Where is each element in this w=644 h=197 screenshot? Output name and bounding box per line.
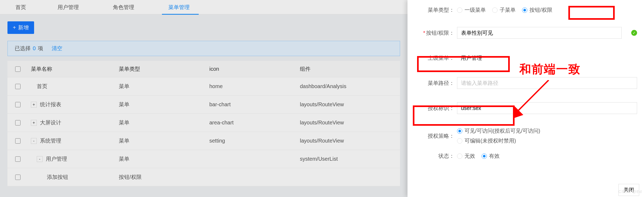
row-checkbox[interactable] [15,175,21,180]
expand-icon[interactable]: + [31,120,37,126]
radio-button-perm[interactable]: 按钮/权限 [522,6,552,14]
parent-label: 上级菜单： [414,54,457,62]
path-label: 菜单路径： [414,80,457,87]
radio-top-menu[interactable]: 一级菜单 [457,6,486,14]
tab-menu-mgmt[interactable]: 菜单管理 [162,0,199,14]
table-row: +大屏设计 菜单 area-chart layouts/RouteView [7,114,400,132]
table-row: -系统管理 菜单 setting layouts/RouteView [7,132,400,150]
radio-sub-menu[interactable]: 子菜单 [492,6,516,14]
col-type: 菜单类型 [119,65,209,73]
radio-policy-editable[interactable]: 可编辑(未授权时禁用) [457,137,516,144]
row-checkbox[interactable] [15,84,21,89]
row-checkbox[interactable] [15,156,21,162]
radio-status-invalid[interactable]: 无效 [457,152,475,160]
path-input[interactable] [457,77,637,89]
expand-icon[interactable]: + [31,102,37,108]
row-checkbox[interactable] [15,120,21,125]
selection-count: 0 [33,45,36,52]
selection-bar: 已选择 0 项 清空 [7,41,400,56]
tab-role-mgmt[interactable]: 角色管理 [107,0,143,14]
add-button[interactable]: + 新增 [7,21,34,34]
perm-label: *按钮/权限： [414,29,457,37]
tab-user-mgmt[interactable]: 用户管理 [51,0,88,14]
radio-status-valid[interactable]: 有效 [482,152,500,160]
menu-table: 菜单名称 菜单类型 icon 组件 首页 菜单 home dashboard/A… [7,61,400,186]
clear-selection[interactable]: 清空 [52,45,62,52]
collapse-icon[interactable]: - [31,138,37,144]
auth-id-label: 授权标识： [414,105,457,112]
status-label: 状态： [414,152,457,160]
menu-type-label: 菜单类型： [414,6,457,14]
collapse-icon[interactable]: - [37,156,43,162]
row-checkbox[interactable] [15,102,21,107]
policy-label: 授权策略： [414,132,457,140]
watermark: CSDN @Ed [618,189,642,194]
tab-bar: 首页 用户管理 角色管理 菜单管理 [0,0,407,14]
auth-id-input[interactable] [457,102,637,114]
radio-policy-visible[interactable]: 可见/可访问(授权后可见/可访问) [457,127,540,135]
success-icon: ✓ [631,30,637,36]
table-row: 添加按钮 按钮/权限 [7,168,400,186]
parent-input[interactable] [457,52,518,64]
col-component: 组件 [300,65,400,73]
table-row: +统计报表 菜单 bar-chart layouts/RouteView [7,96,400,114]
plus-icon: + [13,25,16,31]
perm-input[interactable] [457,27,622,39]
edit-drawer: 菜单类型： 一级菜单 子菜单 按钮/权限 *按钮/权限： ✓ 上级菜单： 菜单路… [407,0,644,197]
col-name: 菜单名称 [28,65,119,73]
select-all-checkbox[interactable] [15,66,21,72]
col-icon: icon [209,66,300,72]
table-row: 首页 菜单 home dashboard/Analysis [7,77,400,96]
tab-home[interactable]: 首页 [9,0,32,14]
row-checkbox[interactable] [15,138,21,144]
table-row: -用户管理 菜单 system/UserList [7,150,400,168]
